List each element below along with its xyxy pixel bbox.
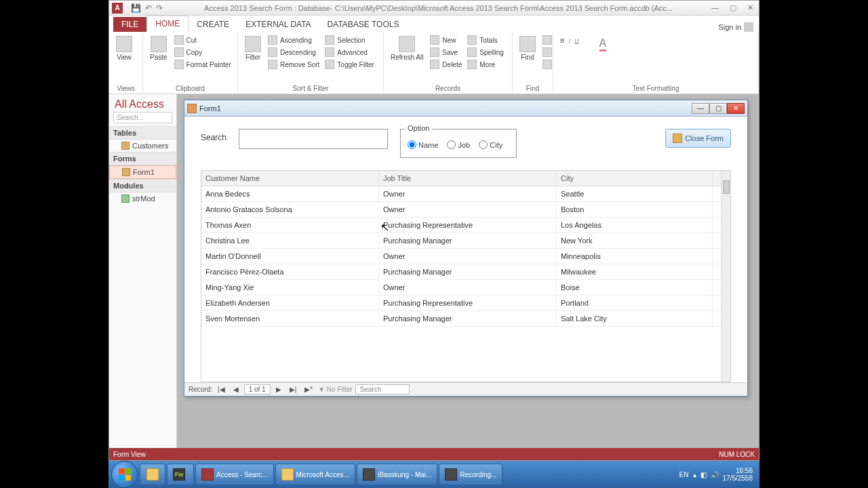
redo-icon[interactable]: ↷ [156, 3, 163, 13]
language-indicator[interactable]: EN [679, 471, 689, 479]
taskbar-pin-explorer[interactable] [140, 464, 165, 485]
col-job-title[interactable]: Job Title [379, 171, 557, 186]
nav-item-customers[interactable]: Customers [109, 140, 176, 152]
tray-network-icon[interactable]: ◧ [701, 471, 707, 479]
option-name[interactable]: Name [408, 140, 438, 149]
form-minimize-button[interactable]: — [692, 103, 709, 114]
nav-prev-button[interactable]: ◀ [231, 386, 241, 393]
table-row[interactable]: Anna BedecsOwnerSeattle [201, 186, 730, 202]
nav-next-button[interactable]: ▶ [273, 386, 284, 393]
table-row[interactable]: Martin O'DonnellOwnerMinneapolis [201, 249, 730, 264]
clock[interactable]: 16:56 17/5/2558 [723, 467, 753, 482]
form-close-button[interactable]: ✕ [727, 103, 745, 114]
start-button[interactable] [111, 461, 138, 488]
nav-group-modules[interactable]: Modules [109, 179, 176, 192]
tab-database-tools[interactable]: DATABASE TOOLS [319, 17, 408, 32]
spelling-button[interactable]: Spelling [466, 47, 505, 58]
tab-home[interactable]: HOME [146, 16, 189, 32]
close-form-button[interactable]: Close Form [665, 129, 731, 148]
grid-scrollbar[interactable] [721, 171, 730, 382]
nav-search-box[interactable]: Search [355, 384, 410, 394]
form-maximize-button[interactable]: ▢ [709, 103, 727, 114]
tray-volume-icon[interactable]: 🔊 [711, 471, 719, 479]
replace-button[interactable] [541, 35, 553, 45]
nav-item-strmod[interactable]: strMod [109, 192, 176, 205]
nav-title: All Access [109, 94, 176, 112]
italic-icon[interactable]: I [569, 37, 571, 44]
advanced-button[interactable]: Advanced [323, 47, 375, 58]
remove-sort-button[interactable]: Remove Sort [267, 59, 321, 70]
font-color-icon[interactable]: A [599, 37, 607, 52]
totals-button[interactable]: Totals [466, 35, 505, 45]
taskbar-item[interactable]: Microsoft Acces... [275, 464, 355, 485]
sign-in[interactable]: Sign in [718, 22, 753, 32]
table-row[interactable]: Sven MortensenPurchasing ManagerSalt Lak… [201, 311, 730, 327]
goto-button[interactable] [541, 47, 553, 58]
filter-button[interactable]: Filter [242, 35, 264, 62]
nav-group-forms[interactable]: Forms [109, 152, 176, 165]
nav-first-button[interactable]: |◀ [215, 386, 228, 393]
option-city[interactable]: City [479, 140, 502, 149]
save-button[interactable]: Save [429, 47, 463, 58]
undo-icon[interactable]: ↶ [145, 3, 152, 13]
restore-button[interactable]: ▢ [727, 3, 739, 12]
search-input[interactable] [239, 129, 388, 149]
table-row[interactable]: Ming-Yang XieOwnerBoise [201, 280, 730, 296]
advanced-icon [325, 47, 334, 57]
table-row[interactable]: Francisco Pérez-OlaetaPurchasing Manager… [201, 264, 730, 280]
underline-icon[interactable]: U [574, 37, 579, 44]
taskbar-item[interactable]: Fw [167, 464, 194, 485]
table-row[interactable]: Antonio Gratacos SolsonaOwnerBoston [201, 202, 730, 218]
nav-item-form1[interactable]: Form1 [109, 165, 176, 179]
more-button[interactable]: More [466, 59, 505, 70]
goto-icon [542, 47, 552, 57]
option-job[interactable]: Job [447, 140, 470, 149]
close-button[interactable]: ✕ [745, 3, 756, 12]
nav-search-input[interactable]: Search... [113, 112, 172, 123]
paste-button[interactable]: Paste [147, 35, 170, 62]
descending-button[interactable]: Descending [267, 47, 321, 58]
toggle-filter-button[interactable]: Toggle Filter [323, 59, 375, 70]
new-button[interactable]: New [429, 35, 463, 45]
quick-access-toolbar[interactable]: 💾 ↶ ↷ [131, 3, 163, 13]
scrollbar-thumb[interactable] [723, 180, 730, 194]
tab-create[interactable]: CREATE [189, 17, 237, 32]
table-row[interactable]: Thomas AxenPurchasing RepresentativeLos … [201, 218, 730, 233]
nav-new-button[interactable]: ▶* [302, 386, 315, 393]
cut-button[interactable]: Cut [173, 35, 233, 45]
avatar-icon [744, 22, 753, 32]
text-formatting-controls[interactable]: B I U A [557, 35, 754, 83]
refresh-all-button[interactable]: Refresh All [388, 35, 426, 62]
data-grid: Customer Name Job Title City Anna Bedecs… [201, 170, 731, 382]
ascending-button[interactable]: Ascending [267, 35, 321, 45]
table-row[interactable]: Elizabeth AndersenPurchasing Representat… [201, 296, 730, 311]
taskbar-item[interactable]: iBasskung - Mai... [357, 464, 437, 485]
table-row[interactable]: Christina LeePurchasing ManagerNew York [201, 233, 730, 249]
select-button[interactable] [541, 59, 553, 70]
copy-icon [174, 47, 184, 57]
find-button[interactable]: Find [517, 35, 538, 62]
save-icon[interactable]: 💾 [131, 3, 141, 13]
navigation-pane: All Access Search... Tables Customers Fo… [109, 94, 177, 448]
nav-last-button[interactable]: ▶| [287, 386, 300, 393]
delete-button[interactable]: Delete [429, 59, 463, 70]
brush-icon [174, 60, 184, 69]
tab-external-data[interactable]: EXTERNAL DATA [237, 17, 319, 32]
view-button[interactable]: View [113, 35, 135, 62]
minimize-button[interactable]: — [709, 3, 722, 12]
bold-icon[interactable]: B [560, 37, 565, 44]
taskbar-item[interactable]: Access - Searc... [195, 464, 274, 485]
selection-button[interactable]: Selection [323, 35, 375, 45]
copy-button[interactable]: Copy [173, 47, 233, 58]
col-customer-name[interactable]: Customer Name [201, 171, 379, 186]
tab-file[interactable]: FILE [113, 17, 146, 32]
col-city[interactable]: City [557, 171, 713, 186]
new-icon [430, 35, 439, 45]
title-bar: A 💾 ↶ ↷ Access 2013 Search Form : Databa… [109, 1, 759, 16]
format-painter-button[interactable]: Format Painter [173, 59, 233, 70]
save-icon [430, 47, 439, 57]
tray-flag-icon[interactable]: ▴ [693, 471, 696, 479]
record-position[interactable]: 1 of 1 [244, 384, 271, 394]
nav-group-tables[interactable]: Tables [109, 126, 176, 140]
taskbar-item[interactable]: Recording... [439, 464, 502, 485]
